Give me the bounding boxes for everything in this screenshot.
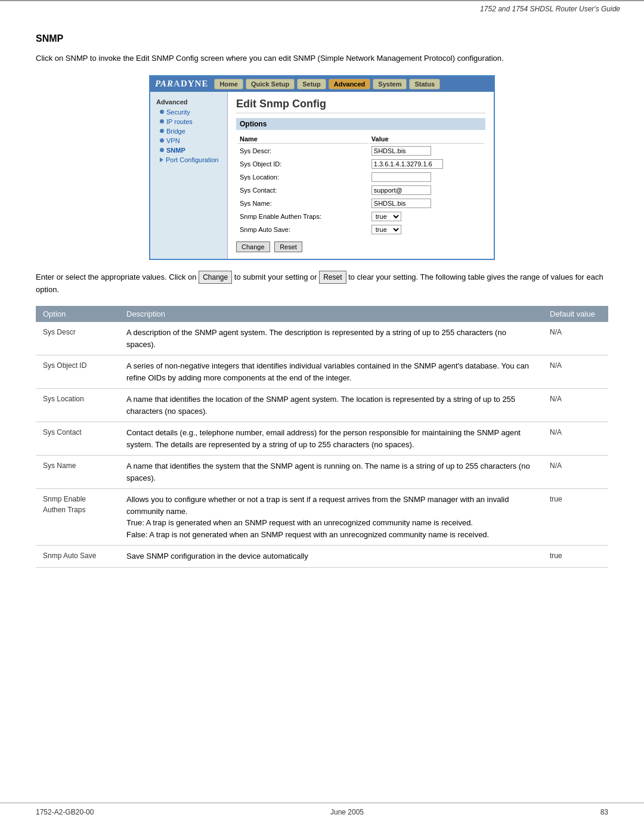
- nav-setup-button[interactable]: Setup: [297, 79, 326, 89]
- row-option-syslocation: Sys Location: [36, 389, 119, 422]
- instruction-paragraph: Enter or select the appropriate values. …: [36, 271, 608, 296]
- sidebar-item-iproutes[interactable]: IP routes: [150, 117, 227, 126]
- table-row: Sys Name A name that identifies the syst…: [36, 456, 608, 489]
- table-row: Sys Location A name that identifies the …: [36, 389, 608, 422]
- label-sys-objectid: Sys Object ID:: [237, 158, 368, 170]
- router-nav-bar: PARADYNE Home Quick Setup Setup Advanced…: [150, 76, 494, 92]
- dot-icon: [160, 110, 164, 114]
- row-default-syslocation: N/A: [543, 389, 608, 422]
- nav-quicksetup-button[interactable]: Quick Setup: [246, 79, 295, 89]
- field-sys-descr: Sys Descr:: [237, 145, 484, 157]
- options-reference-table: Option Description Default value Sys Des…: [36, 306, 608, 568]
- table-col-description: Description: [119, 306, 543, 322]
- row-desc-sysname: A name that identifies the system that t…: [119, 456, 543, 489]
- row-desc-snmpautosave: Save SNMP configuration in the device au…: [119, 546, 543, 568]
- dot-icon: [160, 129, 164, 133]
- table-row: Sys Descr A description of the SNMP agen…: [36, 322, 608, 355]
- col-name-header: Name: [237, 135, 368, 144]
- label-sys-name: Sys Name:: [237, 197, 368, 209]
- label-sys-location: Sys Location:: [237, 171, 368, 183]
- instruction-reset-btn: Reset: [319, 271, 346, 284]
- label-sys-descr: Sys Descr:: [237, 145, 368, 157]
- row-option-syscontact: Sys Contact: [36, 422, 119, 456]
- field-sys-location: Sys Location:: [237, 171, 484, 183]
- main-content: SNMP Click on SNMP to invoke the Edit SN…: [0, 16, 644, 609]
- nav-advanced-button[interactable]: Advanced: [329, 79, 371, 89]
- col-value-header: Value: [369, 135, 484, 144]
- input-sys-location[interactable]: [371, 172, 431, 182]
- change-button[interactable]: Change: [236, 241, 270, 252]
- row-option-snmpauthen: Snmp EnableAuthen Traps: [36, 489, 119, 546]
- sidebar-label-portconfig: Port Configuration: [166, 156, 219, 163]
- field-snmp-autosave: Snmp Auto Save: true false: [237, 224, 484, 236]
- router-sidebar: Advanced Security IP routes Bridge: [150, 92, 228, 259]
- options-header: Options: [236, 118, 485, 130]
- select-snmp-autosave[interactable]: true false: [371, 225, 401, 234]
- table-row: Sys Object ID A series of non-negative i…: [36, 355, 608, 389]
- router-ui-screenshot: PARADYNE Home Quick Setup Setup Advanced…: [149, 75, 495, 260]
- edit-title: Edit Snmp Config: [236, 98, 485, 113]
- row-option-sysobjectid: Sys Object ID: [36, 355, 119, 389]
- instruction-text-middle: to submit your setting or: [234, 272, 319, 281]
- reset-button[interactable]: Reset: [274, 241, 302, 252]
- page-header: 1752 and 1754 SHDSL Router User's Guide: [0, 0, 644, 16]
- router-logo: PARADYNE: [155, 79, 208, 89]
- footer-right: 83: [600, 808, 608, 816]
- label-snmp-authen: Snmp Enable Authen Traps:: [237, 210, 368, 222]
- table-row: Snmp Auto Save Save SNMP configuration i…: [36, 546, 608, 568]
- field-snmp-authen: Snmp Enable Authen Traps: true false: [237, 210, 484, 222]
- input-sys-objectid[interactable]: [371, 159, 443, 169]
- instruction-change-btn: Change: [199, 271, 232, 284]
- field-sys-name: Sys Name:: [237, 197, 484, 209]
- dot-icon: [160, 138, 164, 143]
- page-footer: 1752-A2-GB20-00 June 2005 83: [0, 803, 644, 821]
- sidebar-item-security[interactable]: Security: [150, 107, 227, 117]
- row-desc-sysobjectid: A series of non-negative integers that i…: [119, 355, 543, 389]
- sidebar-label-vpn: VPN: [166, 137, 180, 144]
- sidebar-item-bridge[interactable]: Bridge: [150, 126, 227, 136]
- instruction-text-before: Enter or select the appropriate values. …: [36, 272, 199, 281]
- input-sys-descr[interactable]: [371, 146, 431, 156]
- input-sys-name[interactable]: [371, 199, 431, 208]
- header-title: 1752 and 1754 SHDSL Router User's Guide: [480, 5, 620, 13]
- router-body: Advanced Security IP routes Bridge: [150, 92, 494, 259]
- row-default-sysdescr: N/A: [543, 322, 608, 355]
- row-default-syscontact: N/A: [543, 422, 608, 456]
- row-option-snmpautosave: Snmp Auto Save: [36, 546, 119, 568]
- row-default-snmpauthen: true: [543, 489, 608, 546]
- input-sys-contact[interactable]: [371, 185, 431, 195]
- row-desc-syslocation: A name that identifies the location of t…: [119, 389, 543, 422]
- row-desc-snmpauthen: Allows you to configure whether or not a…: [119, 489, 543, 546]
- router-main-panel: Edit Snmp Config Options Name Value Sys …: [228, 92, 494, 259]
- arrow-icon: [160, 157, 163, 162]
- sidebar-label-iproutes: IP routes: [166, 118, 193, 125]
- nav-status-button[interactable]: Status: [409, 79, 440, 89]
- sidebar-item-snmp[interactable]: SNMP: [150, 145, 227, 155]
- row-default-sysobjectid: N/A: [543, 355, 608, 389]
- dot-icon: [160, 148, 164, 152]
- form-button-row: Change Reset: [236, 241, 485, 252]
- table-col-option: Option: [36, 306, 119, 322]
- dot-icon: [160, 119, 164, 123]
- table-row: Sys Contact Contact details (e.g., telep…: [36, 422, 608, 456]
- field-sys-contact: Sys Contact:: [237, 184, 484, 196]
- footer-center: June 2005: [330, 808, 364, 816]
- intro-paragraph: Click on SNMP to invoke the Edit SNMP Co…: [36, 52, 608, 64]
- footer-left: 1752-A2-GB20-00: [36, 808, 94, 816]
- sidebar-item-vpn[interactable]: VPN: [150, 136, 227, 145]
- label-sys-contact: Sys Contact:: [237, 184, 368, 196]
- page-container: 1752 and 1754 SHDSL Router User's Guide …: [0, 0, 644, 833]
- row-option-sysname: Sys Name: [36, 456, 119, 489]
- sidebar-item-portconfig[interactable]: Port Configuration: [150, 155, 227, 165]
- table-row: Snmp EnableAuthen Traps Allows you to co…: [36, 489, 608, 546]
- select-snmp-authen[interactable]: true false: [371, 212, 401, 221]
- row-desc-sysdescr: A description of the SNMP agent system. …: [119, 322, 543, 355]
- nav-system-button[interactable]: System: [373, 79, 407, 89]
- row-default-snmpautosave: true: [543, 546, 608, 568]
- sidebar-label-bridge: Bridge: [166, 128, 185, 135]
- table-col-default: Default value: [543, 306, 608, 322]
- row-option-sysdescr: Sys Descr: [36, 322, 119, 355]
- nav-home-button[interactable]: Home: [214, 79, 243, 89]
- label-snmp-autosave: Snmp Auto Save:: [237, 224, 368, 236]
- row-default-sysname: N/A: [543, 456, 608, 489]
